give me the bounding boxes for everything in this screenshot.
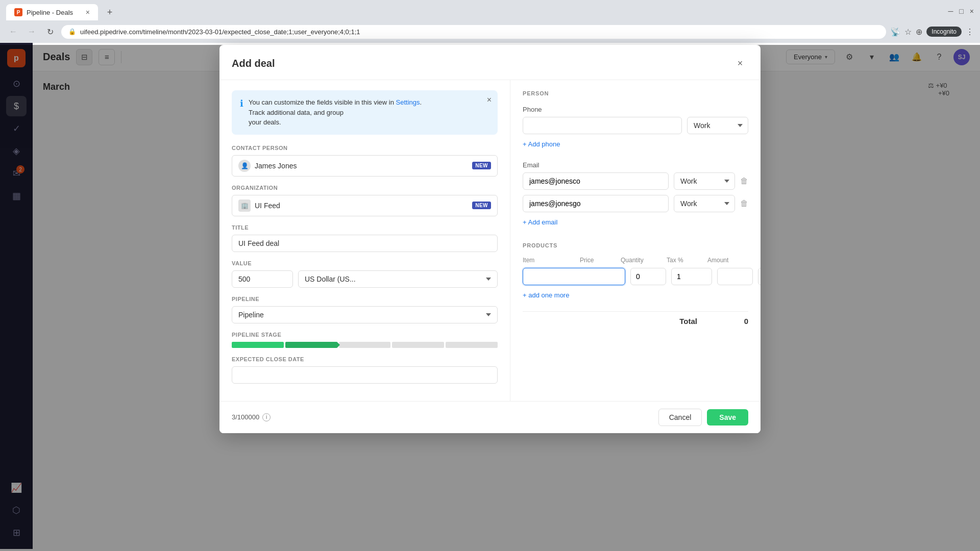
close-tab-icon[interactable]: × bbox=[86, 8, 90, 16]
products-input-row bbox=[523, 268, 748, 285]
phone-type-select[interactable]: WorkHomeMobileOther bbox=[687, 117, 748, 134]
value-group: Value US Dollar (US... bbox=[232, 260, 498, 288]
delete-email-2-button[interactable]: 🗑 bbox=[740, 199, 748, 208]
currency-select[interactable]: US Dollar (US... bbox=[298, 270, 498, 288]
info-text: You can customize the fields visible in … bbox=[249, 97, 422, 128]
products-section-title: PRODUCTS bbox=[523, 242, 748, 248]
person-section-title: PERSON bbox=[523, 90, 748, 96]
product-price-input[interactable] bbox=[630, 268, 666, 285]
product-tax-input[interactable] bbox=[717, 268, 753, 285]
info-icon: ℹ bbox=[240, 98, 243, 128]
browser-chrome: P Pipeline - Deals × + ─ □ × ← → ↻ 🔒 uif… bbox=[0, 0, 980, 43]
pipeline-select[interactable]: Pipeline bbox=[232, 306, 498, 323]
browser-actions: 📡 ☆ ⊕ Incognito ⋮ bbox=[890, 27, 974, 37]
contact-person-label: Contact person bbox=[232, 145, 498, 151]
pipeline-group: Pipeline Pipeline bbox=[232, 296, 498, 323]
add-phone-link[interactable]: + Add phone bbox=[523, 140, 560, 148]
char-count-info-icon[interactable]: i bbox=[262, 413, 271, 421]
browser-menu-icon[interactable]: ⋮ bbox=[966, 27, 974, 37]
total-row: Total 0 bbox=[523, 311, 748, 325]
product-item-input[interactable] bbox=[523, 268, 625, 285]
contact-new-badge: NEW bbox=[472, 162, 491, 169]
total-label: Total bbox=[679, 317, 697, 325]
stage-3[interactable] bbox=[339, 342, 391, 348]
email-type-select-1[interactable]: WorkHomeOther bbox=[674, 172, 735, 190]
browser-favicon: P bbox=[14, 8, 22, 16]
char-count-text: 3/100000 bbox=[232, 413, 259, 421]
contact-person-row[interactable]: 👤 James Jones NEW bbox=[232, 155, 498, 177]
col-price-label: Price bbox=[580, 257, 616, 264]
title-input[interactable] bbox=[232, 235, 498, 252]
save-button[interactable]: Save bbox=[707, 409, 748, 425]
email-input-1[interactable] bbox=[523, 172, 669, 190]
window-close-icon[interactable]: × bbox=[970, 7, 974, 15]
phone-label: Phone bbox=[523, 105, 748, 114]
expected-close-date-input[interactable] bbox=[232, 366, 498, 384]
organization-row[interactable]: 🏢 UI Feed NEW bbox=[232, 195, 498, 216]
stage-5[interactable] bbox=[446, 342, 498, 348]
pipeline-stage-label: Pipeline stage bbox=[232, 332, 498, 338]
char-count: 3/100000 i bbox=[232, 413, 271, 421]
email-input-2[interactable] bbox=[523, 195, 669, 212]
modal-title: Add deal bbox=[232, 58, 275, 69]
nav-forward-button[interactable]: → bbox=[24, 24, 39, 39]
contact-person-group: Contact person 👤 James Jones NEW bbox=[232, 145, 498, 177]
col-item-label: Item bbox=[523, 257, 575, 264]
value-amount-input[interactable] bbox=[232, 270, 293, 288]
value-label: Value bbox=[232, 260, 498, 266]
profile-switcher-icon[interactable]: ⊕ bbox=[916, 27, 922, 37]
expected-close-date-label: Expected close date bbox=[232, 356, 498, 362]
pipeline-stage-group: Pipeline stage bbox=[232, 332, 498, 348]
col-quantity-label: Quantity bbox=[621, 257, 662, 264]
col-tax-label: Tax % bbox=[667, 257, 702, 264]
organization-label: Organization bbox=[232, 185, 498, 191]
cancel-button[interactable]: Cancel bbox=[658, 409, 702, 426]
info-banner-close[interactable]: × bbox=[487, 95, 492, 105]
add-one-more-link[interactable]: + add one more bbox=[523, 291, 569, 299]
maximize-icon[interactable]: □ bbox=[959, 7, 963, 15]
title-label: Title bbox=[232, 224, 498, 231]
info-banner: ℹ You can customize the fields visible i… bbox=[232, 90, 498, 135]
email-label: Email bbox=[523, 160, 748, 169]
product-quantity-input[interactable] bbox=[671, 268, 712, 285]
col-amount-label: Amount bbox=[707, 257, 748, 264]
url-text: uifeed.pipedrive.com/timeline/month/2023… bbox=[80, 28, 360, 36]
incognito-badge: Incognito bbox=[926, 27, 962, 37]
lock-icon: 🔒 bbox=[68, 28, 76, 35]
contact-person-name: James Jones bbox=[255, 162, 468, 170]
phone-row: WorkHomeMobileOther bbox=[523, 117, 748, 134]
modal-close-button[interactable]: × bbox=[732, 55, 748, 71]
org-new-badge: NEW bbox=[472, 202, 491, 209]
info-text-part1: You can customize the fields visible in … bbox=[249, 98, 396, 106]
browser-titlebar: P Pipeline - Deals × + ─ □ × bbox=[0, 0, 980, 20]
modal-left-panel: ℹ You can customize the fields visible i… bbox=[219, 80, 510, 401]
product-amount-input[interactable] bbox=[758, 268, 761, 285]
add-deal-modal: Add deal × ℹ You can customize the field… bbox=[219, 45, 761, 433]
email-row-1: WorkHomeOther 🗑 bbox=[523, 172, 748, 190]
stage-4[interactable] bbox=[392, 342, 444, 348]
stage-2[interactable] bbox=[285, 342, 337, 348]
value-row: US Dollar (US... bbox=[232, 270, 498, 288]
organization-group: Organization 🏢 UI Feed NEW bbox=[232, 185, 498, 216]
phone-input[interactable] bbox=[523, 117, 682, 134]
settings-link[interactable]: Settings bbox=[396, 98, 420, 106]
browser-tab[interactable]: P Pipeline - Deals × bbox=[6, 4, 98, 20]
delete-email-1-button[interactable]: 🗑 bbox=[740, 177, 748, 186]
org-name: UI Feed bbox=[255, 202, 468, 210]
add-email-link[interactable]: + Add email bbox=[523, 218, 557, 226]
stage-1[interactable] bbox=[232, 342, 284, 348]
modal-right-panel: PERSON Phone WorkHomeMobileOther + Add p… bbox=[510, 80, 761, 401]
new-tab-button[interactable]: + bbox=[102, 5, 117, 20]
bookmark-icon[interactable]: ☆ bbox=[904, 27, 912, 37]
pipeline-label: Pipeline bbox=[232, 296, 498, 302]
total-value: 0 bbox=[718, 317, 748, 325]
address-bar[interactable]: 🔒 uifeed.pipedrive.com/timeline/month/20… bbox=[61, 25, 886, 39]
pipeline-stage-visual bbox=[232, 342, 498, 348]
cast-icon[interactable]: 📡 bbox=[890, 27, 900, 37]
minimize-icon[interactable]: ─ bbox=[948, 7, 953, 15]
nav-refresh-button[interactable]: ↻ bbox=[43, 24, 57, 39]
title-group: Title bbox=[232, 224, 498, 252]
email-type-select-2[interactable]: WorkHomeOther bbox=[674, 195, 735, 212]
modal-body: ℹ You can customize the fields visible i… bbox=[219, 80, 761, 401]
nav-back-button[interactable]: ← bbox=[6, 24, 20, 39]
